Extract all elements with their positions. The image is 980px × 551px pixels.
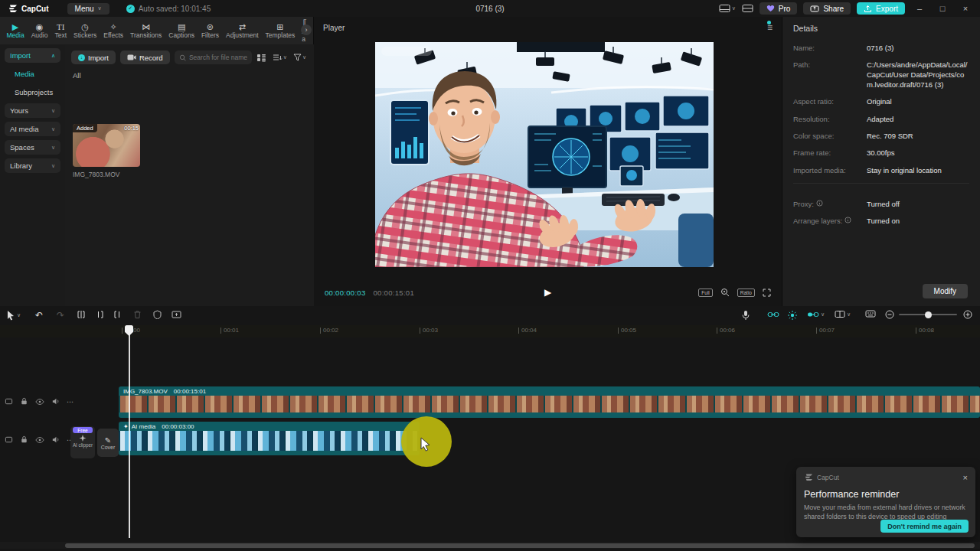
minimize-button[interactable]: – — [911, 4, 928, 13]
close-icon[interactable]: × — [963, 473, 968, 482]
record-button[interactable]: Record — [120, 51, 170, 64]
select-tool-button[interactable]: ∨ — [6, 310, 21, 321]
menu-button[interactable]: Menu ∨ — [67, 3, 109, 15]
sidebar-item-ai-media[interactable]: AI media∨ — [5, 122, 60, 136]
tabstrip-overflow-button[interactable]: › — [301, 24, 312, 35]
clip2-filmstrip — [119, 431, 420, 451]
tab-stickers[interactable]: ◷Stickers — [70, 22, 100, 40]
sidebar-item-import[interactable]: Import∧ — [5, 48, 60, 63]
tab-captions[interactable]: ▤Captions — [165, 22, 198, 40]
tab-text[interactable]: TIText — [51, 22, 70, 40]
export-frame-icon — [172, 310, 181, 319]
sidebar-item-subprojects[interactable]: Subprojects — [5, 85, 60, 99]
eye-icon[interactable] — [35, 398, 44, 406]
more-icon[interactable]: ⋯ — [67, 398, 74, 406]
filter-button[interactable]: ∨ — [293, 54, 306, 61]
tab-templates[interactable]: ⊞Templates — [262, 22, 299, 40]
video-watermark — [381, 47, 432, 56]
media-clip-card[interactable]: Added 00:15 IMG_7803.MOV — [73, 124, 140, 178]
share-button[interactable]: Share — [803, 2, 851, 15]
layout-toggle-button[interactable]: ∨ — [719, 4, 736, 13]
magnetic-snap-toggle[interactable] — [767, 310, 779, 319]
clip2-name: AI media — [132, 423, 156, 430]
layout-icon — [719, 4, 730, 13]
mute-icon[interactable] — [51, 435, 60, 444]
split-button[interactable] — [77, 310, 86, 319]
timeline-zoom-slider[interactable] — [899, 314, 957, 315]
sidebar-item-spaces[interactable]: Spaces∨ — [5, 140, 60, 155]
timeline-ruler[interactable]: 00:00 00:01 00:02 00:03 00:04 00:05 00:0… — [0, 325, 980, 337]
timeline-scrollbar[interactable] — [0, 542, 980, 549]
media-search[interactable] — [175, 51, 252, 64]
delete-button[interactable] — [133, 310, 142, 319]
timeline-clip-video[interactable]: IMG_7803.MOV 00:00:15:01 — [119, 386, 980, 418]
player-controls: 00:00:00:03 00:00:15:01 ▶ Full Ratio — [314, 283, 782, 302]
timeline-clip-ai-media[interactable]: ✦ AI media 00:00:03:00 — [119, 422, 420, 455]
shield-icon — [153, 310, 162, 319]
cover-button[interactable]: ✎ Cover — [97, 429, 119, 457]
zoom-out-button[interactable] — [885, 310, 894, 319]
performance-reminder-toast: CapCut × Performance reminder Move your … — [796, 467, 975, 537]
mute-icon[interactable] — [51, 397, 60, 406]
tab-effects[interactable]: ✧Effects — [100, 22, 127, 40]
modify-button[interactable]: Modify — [923, 284, 968, 298]
link-pill-icon — [767, 310, 779, 319]
mask-button[interactable] — [153, 310, 162, 319]
trash-icon — [133, 310, 142, 319]
lock-icon[interactable] — [20, 397, 28, 406]
capcut-logo-icon — [8, 5, 18, 13]
close-button[interactable]: × — [957, 4, 974, 13]
sidebar-item-yours[interactable]: Yours∨ — [5, 103, 60, 118]
sidebar-item-library[interactable]: Library∨ — [5, 158, 60, 173]
export-frame-button[interactable] — [172, 310, 181, 319]
info-icon — [844, 217, 851, 223]
preview-axis-button[interactable]: ∨ — [835, 310, 851, 318]
tab-filters[interactable]: ⊚Filters — [198, 22, 222, 40]
notification-dot — [767, 21, 771, 24]
play-button[interactable]: ▶ — [314, 287, 782, 298]
redo-button[interactable]: ↷ — [57, 310, 64, 321]
media-sidebar: Import∧ Media Subprojects Yours∨ AI medi… — [0, 44, 65, 306]
tab-adjustment[interactable]: ⇄Adjustment — [223, 22, 263, 40]
sidebar-item-media[interactable]: Media — [5, 67, 60, 81]
sort-button[interactable]: ∨ — [273, 54, 287, 61]
dont-remind-button[interactable]: Don't remind me again — [880, 520, 969, 533]
video-preview[interactable] — [375, 42, 714, 267]
playhead-line[interactable] — [129, 325, 130, 538]
keyboard-icon — [865, 310, 876, 318]
maximize-button[interactable]: □ — [934, 4, 951, 13]
import-button[interactable]: ↓ Import — [71, 51, 116, 64]
lock-icon[interactable] — [20, 435, 28, 444]
linked-select-toggle[interactable]: ∨ — [807, 310, 825, 319]
tab-media[interactable]: ▶Media — [3, 22, 28, 40]
chain-icon — [807, 310, 819, 319]
ai-clipper-button[interactable]: Free AI clipper — [70, 426, 95, 458]
track-type-icon[interactable] — [5, 435, 13, 444]
voiceover-button[interactable] — [741, 310, 750, 321]
undo-icon: ↶ — [35, 310, 43, 321]
auto-snap-toggle[interactable] — [787, 310, 798, 321]
arrow-right-icon: › — [305, 26, 308, 34]
slider-thumb[interactable] — [925, 311, 932, 318]
undo-button[interactable]: ↶ — [35, 310, 43, 321]
eye-icon[interactable] — [35, 436, 44, 444]
trim-right-button[interactable] — [113, 310, 122, 319]
clip-thumbnail[interactable]: Added 00:15 — [73, 124, 140, 167]
panel-toggle-button[interactable] — [742, 4, 753, 13]
zoom-in-icon — [963, 310, 972, 319]
slider-track[interactable] — [899, 314, 957, 315]
zoom-in-button[interactable] — [963, 310, 972, 319]
keyframe-button[interactable] — [865, 310, 876, 318]
track-type-icon[interactable] — [5, 397, 13, 406]
search-input[interactable] — [189, 54, 247, 61]
tab-transitions[interactable]: ⋈Transitions — [127, 22, 165, 40]
pro-button[interactable]: Pro — [760, 2, 798, 15]
scrollbar-thumb[interactable] — [65, 543, 975, 548]
media-section-label: All — [65, 64, 314, 80]
grid-view-button[interactable] — [256, 54, 266, 62]
ruler-tick: 00:08 — [916, 327, 934, 334]
export-button[interactable]: Export — [857, 2, 905, 15]
trim-left-button[interactable] — [95, 310, 104, 319]
tab-audio[interactable]: ◉Audio — [28, 22, 51, 40]
ruler-tick: 00:03 — [420, 327, 438, 334]
